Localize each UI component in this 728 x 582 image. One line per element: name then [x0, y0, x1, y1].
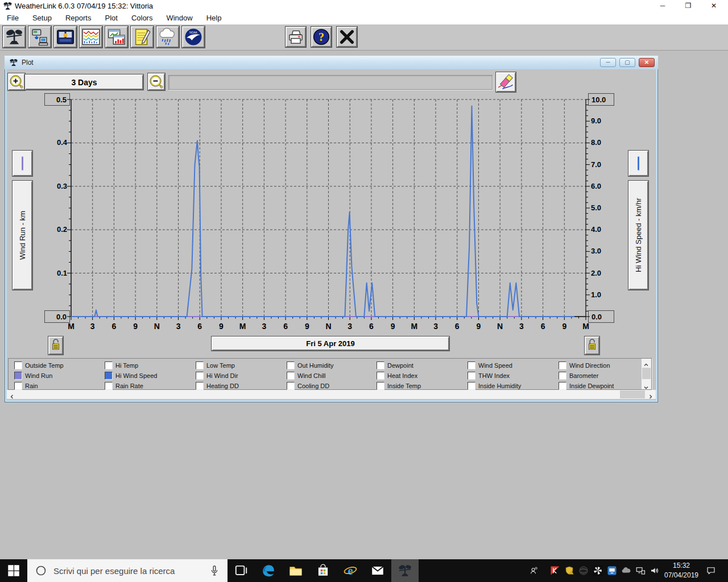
checkbox-wind-direction[interactable] [559, 361, 566, 369]
taskbar-app-internet-explorer[interactable]: e [337, 559, 364, 582]
plot-minimize-button[interactable]: ─ [600, 58, 616, 67]
microphone-icon[interactable] [208, 564, 221, 577]
tray-globe-icon[interactable] [576, 559, 590, 582]
checkbox-label-inside-temp: Inside Temp [387, 383, 421, 389]
scroll-left-arrow[interactable] [9, 392, 15, 400]
start-button[interactable] [0, 559, 27, 582]
menu-colors[interactable]: Colors [125, 12, 160, 22]
horizontal-scroll-thumb[interactable] [620, 390, 645, 398]
bulletin-button[interactable] [54, 26, 77, 48]
menu-plot[interactable]: Plot [98, 12, 124, 22]
checkbox-heating-dd[interactable] [196, 382, 204, 390]
checkbox-out-humidity[interactable] [287, 361, 295, 369]
close-button[interactable]: ✕ [704, 0, 723, 12]
checkbox-rain-rate[interactable] [105, 382, 113, 390]
plot-button[interactable] [105, 26, 128, 48]
checkbox-hi-temp[interactable] [105, 361, 113, 369]
plot-window-icon [9, 58, 18, 67]
menu-setup[interactable]: Setup [26, 12, 59, 22]
checkbox-wind-speed[interactable] [468, 361, 475, 369]
plot-close-button[interactable]: ✕ [639, 58, 655, 67]
taskbar-search[interactable]: Scrivi qui per eseguire la ricerca [27, 559, 228, 582]
checkbox-heat-index[interactable] [377, 372, 384, 380]
tray-kaspersky-icon[interactable] [548, 559, 562, 582]
checkbox-rain[interactable] [14, 382, 22, 390]
taskbar-app-mail[interactable] [364, 559, 391, 582]
tray-pinwheel-icon[interactable] [590, 559, 605, 582]
help-button[interactable]: ? [311, 27, 332, 47]
zoom-out-button[interactable] [148, 73, 165, 90]
left-series-style-button[interactable] [13, 151, 32, 176]
checkbox-label-rain: Rain [25, 383, 38, 389]
menu-reports[interactable]: Reports [59, 12, 98, 22]
right-axis-label-button[interactable]: Hi Wind Speed - km/hr [628, 181, 648, 290]
checkbox-label-wind-speed: Wind Speed [478, 362, 512, 369]
weather-summary-button[interactable] [156, 26, 179, 48]
checkbox-hi-wind-speed[interactable] [105, 372, 113, 380]
tray-network-icon[interactable] [633, 559, 647, 582]
horizontal-scrollbar[interactable] [7, 390, 656, 399]
checkbox-label-outside-temp: Outside Temp [25, 362, 64, 369]
taskbar-app-edge[interactable] [255, 559, 282, 582]
left-axis-label-button[interactable]: Wind Run - km [13, 181, 32, 290]
tray-onedrive-icon[interactable] [619, 559, 633, 582]
weather-station-button[interactable] [3, 26, 26, 48]
tray-remote-pc-icon[interactable] [605, 559, 619, 582]
minimize-button[interactable]: ─ [653, 0, 672, 12]
date-bar[interactable]: Fri 5 Apr 2019 [212, 336, 449, 351]
strip-chart-button[interactable] [80, 26, 102, 48]
action-center-button[interactable] [701, 559, 721, 582]
plot-window-titlebar[interactable]: Plot ─ ▢ ✕ [5, 56, 658, 69]
taskbar-app-microsoft-store[interactable] [309, 559, 337, 582]
close-window-button[interactable] [337, 27, 357, 47]
print-button[interactable] [286, 27, 306, 47]
chart-plot-area[interactable] [63, 95, 597, 325]
restore-button[interactable]: ❐ [679, 0, 698, 12]
checkbox-wind-chill[interactable] [287, 372, 295, 380]
taskbar: Scrivi qui per eseguire la ricerca e ! 1… [0, 559, 728, 582]
zoom-in-button[interactable] [8, 73, 25, 90]
checkbox-inside-dewpoint[interactable] [559, 382, 566, 390]
people-button[interactable] [527, 559, 541, 582]
checkbox-label-heat-index: Heat Index [387, 372, 417, 379]
series-checkbox-panel: Outside TempWind RunRainHi TempHi Wind S… [8, 358, 652, 390]
noaa-report-button[interactable]: NOAA [182, 26, 205, 48]
clear-plot-button[interactable] [496, 72, 516, 92]
checkbox-inside-humidity[interactable] [468, 382, 475, 390]
vertical-scroll-thumb[interactable] [642, 368, 651, 379]
taskbar-clock[interactable]: 15:32 07/04/2019 [660, 561, 703, 580]
checkbox-outside-temp[interactable] [14, 361, 22, 369]
checkbox-thw-index[interactable] [468, 372, 475, 380]
checkbox-barometer[interactable] [559, 372, 566, 380]
checkbox-cooling-dd[interactable] [287, 382, 295, 390]
left-axis-lock-button[interactable] [48, 336, 63, 355]
menu-window[interactable]: Window [159, 12, 199, 22]
taskbar-app-weatherlink[interactable] [391, 559, 419, 582]
checkbox-label-heating-dd: Heating DD [206, 383, 239, 389]
app-titlebar: WeatherLink 6.0.3 07/04/19 15:32: Vittor… [0, 0, 728, 12]
tray-defender-icon[interactable]: ! [562, 559, 576, 582]
checkbox-label-hi-wind-speed: Hi Wind Speed [115, 372, 157, 379]
zoom-range-track[interactable] [168, 75, 493, 90]
checkbox-hi-wind-dir[interactable] [196, 372, 204, 380]
taskbar-app-file-explorer[interactable] [282, 559, 309, 582]
download-data-button[interactable] [28, 26, 51, 48]
right-series-style-button[interactable] [628, 151, 648, 176]
checkbox-label-inside-humidity: Inside Humidity [478, 383, 521, 389]
menu-help[interactable]: Help [200, 12, 229, 22]
plot-restore-button[interactable]: ▢ [619, 58, 635, 67]
task-view-button[interactable] [228, 559, 255, 582]
checkbox-label-out-humidity: Out Humidity [297, 362, 334, 369]
checkbox-dewpoint[interactable] [377, 361, 384, 369]
notes-button[interactable] [131, 26, 154, 48]
checkbox-label-cooling-dd: Cooling DD [297, 383, 329, 389]
screen: WeatherLink 6.0.3 07/04/19 15:32: Vittor… [0, 0, 728, 582]
right-axis-lock-button[interactable] [585, 336, 599, 355]
checkbox-low-temp[interactable] [196, 361, 204, 369]
scroll-right-arrow[interactable] [648, 392, 653, 400]
menu-file[interactable]: File [0, 12, 26, 22]
checkbox-panel-vertical-scrollbar[interactable] [642, 359, 651, 389]
time-range-button[interactable]: 3 Days [25, 74, 143, 90]
checkbox-inside-temp[interactable] [377, 382, 384, 390]
checkbox-wind-run[interactable] [14, 372, 22, 380]
